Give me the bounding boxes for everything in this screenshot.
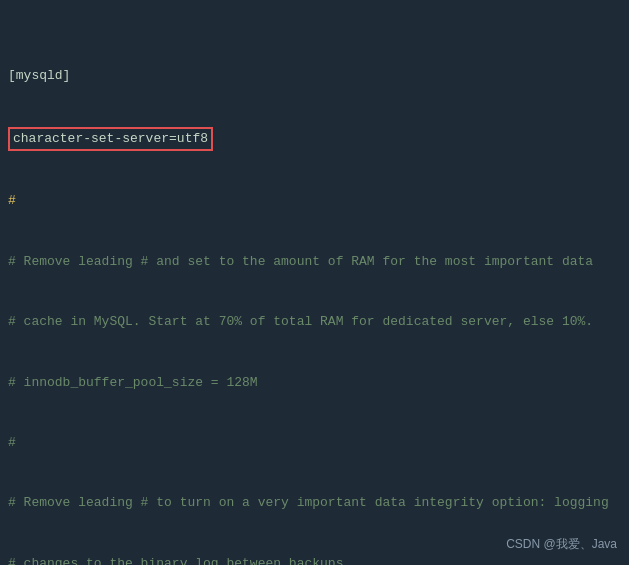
line-9: # changes to the binary log between back… <box>8 554 621 565</box>
line-7: # <box>8 433 621 453</box>
code-editor: [mysqld] character-set-server=utf8 # # R… <box>0 0 629 565</box>
line-2: character-set-server=utf8 <box>8 127 621 151</box>
line-5: # cache in MySQL. Start at 70% of total … <box>8 312 621 332</box>
watermark: CSDN @我爱、Java <box>506 536 617 553</box>
line-3: # <box>8 191 621 211</box>
line-4: # Remove leading # and set to the amount… <box>8 252 621 272</box>
line-1: [mysqld] <box>8 66 621 86</box>
line-6: # innodb_buffer_pool_size = 128M <box>8 373 621 393</box>
line-8: # Remove leading # to turn on a very imp… <box>8 493 621 513</box>
